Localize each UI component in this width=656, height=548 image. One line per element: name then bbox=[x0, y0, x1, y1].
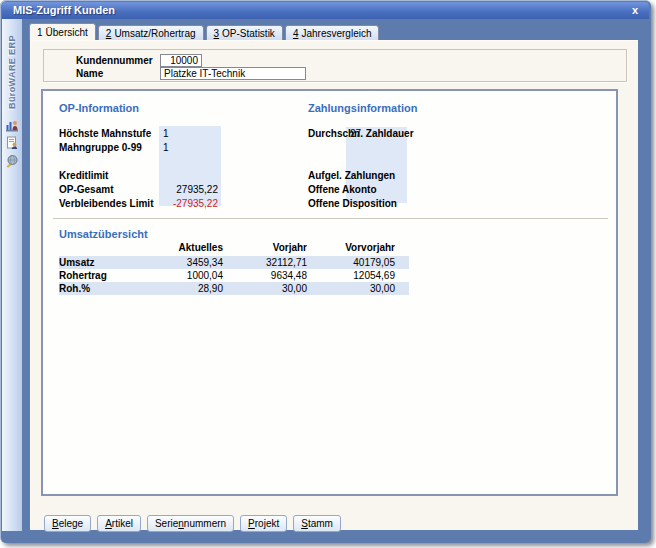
mis-window: MIS-Zugriff Kunden x BüroWARE ERP bbox=[0, 0, 651, 543]
sidebar-toolbar bbox=[5, 118, 19, 168]
op-row-kreditlimit: Kreditlimit Aufgel. Zahlungen bbox=[59, 170, 411, 182]
brand-vertical-text: BüroWARE ERP bbox=[2, 23, 22, 109]
zahldauer-value: 27 bbox=[350, 128, 361, 140]
stamm-button[interactable]: Stamm bbox=[293, 515, 341, 532]
customer-form-panel: Kundennummer Name bbox=[43, 49, 627, 82]
brand-sidebar: BüroWARE ERP bbox=[2, 19, 22, 531]
kundennummer-row: Kundennummer bbox=[76, 54, 202, 67]
bottom-button-bar: Belege Artikel Seriennummern Projekt Sta… bbox=[44, 515, 341, 532]
verbleibendes-limit-value: -27935,22 bbox=[159, 198, 218, 210]
seriennummern-button[interactable]: Seriennummern bbox=[147, 515, 234, 532]
hoechste-mahnstufe-value: 1 bbox=[163, 128, 169, 140]
table-row-roh-prozent: Roh.% 28,90 30,00 30,00 bbox=[59, 282, 409, 295]
close-icon[interactable]: x bbox=[632, 2, 638, 19]
mahngruppe-value: 1 bbox=[163, 142, 169, 154]
overview-panel: OP-Information Zahlungsinformation Höchs… bbox=[41, 89, 618, 496]
user-document-icon[interactable] bbox=[5, 136, 19, 150]
op-row-verbleibendes-limit: Verbleibendes Limit -27935,22 Offene Dis… bbox=[59, 198, 411, 210]
belege-button[interactable]: Belege bbox=[44, 515, 91, 532]
chart-user-icon[interactable] bbox=[5, 118, 19, 132]
umsatzuebersicht-header: Umsatzübersicht bbox=[59, 228, 148, 240]
titlebar[interactable]: MIS-Zugriff Kunden x bbox=[2, 2, 649, 19]
tab-jahresvergleich[interactable]: 4Jahresvergleich bbox=[285, 25, 380, 40]
zahlungsinformation-header: Zahlungsinformation bbox=[308, 102, 417, 114]
section-divider bbox=[53, 218, 608, 219]
name-label: Name bbox=[76, 68, 160, 79]
content-area: Kundennummer Name OP-Information Zahlung… bbox=[30, 40, 638, 530]
name-row: Name bbox=[76, 67, 306, 80]
tab-umsatz-rohertrag[interactable]: 2Umsatz/Rohertrag bbox=[98, 25, 204, 40]
umsatz-table-header: Aktuelles Jahr Vorjahr Vorvorjahr bbox=[59, 241, 409, 254]
tab-op-statistik[interactable]: 3OP-Statistik bbox=[206, 25, 283, 40]
globe-icon[interactable] bbox=[5, 154, 19, 168]
name-input[interactable] bbox=[160, 67, 306, 80]
op-row-op-gesamt: OP-Gesamt 27935,22 Offene Akonto bbox=[59, 184, 411, 196]
artikel-button[interactable]: Artikel bbox=[97, 515, 141, 532]
op-gesamt-value: 27935,22 bbox=[159, 184, 218, 196]
kundennummer-label: Kundennummer bbox=[76, 55, 160, 66]
window-title: MIS-Zugriff Kunden bbox=[13, 4, 115, 16]
op-information-header: OP-Information bbox=[59, 102, 139, 114]
projekt-button[interactable]: Projekt bbox=[240, 515, 287, 532]
kundennummer-input[interactable] bbox=[160, 54, 202, 67]
table-row-rohertrag: Rohertrag 1000,04 9634,48 12054,69 bbox=[59, 269, 409, 282]
table-row-umsatz: Umsatz 3459,34 32112,71 40179,05 bbox=[59, 256, 409, 269]
op-row-mahngruppe: Mahngruppe 0-99 1 bbox=[59, 142, 411, 154]
op-row-hoechste-mahnstufe: Höchste Mahnstufe 1 Durchschn. Zahldauer… bbox=[59, 128, 411, 140]
tab-bar: 1Übersicht 2Umsatz/Rohertrag 3OP-Statist… bbox=[29, 23, 379, 40]
tab-uebersicht[interactable]: 1Übersicht bbox=[29, 23, 96, 40]
